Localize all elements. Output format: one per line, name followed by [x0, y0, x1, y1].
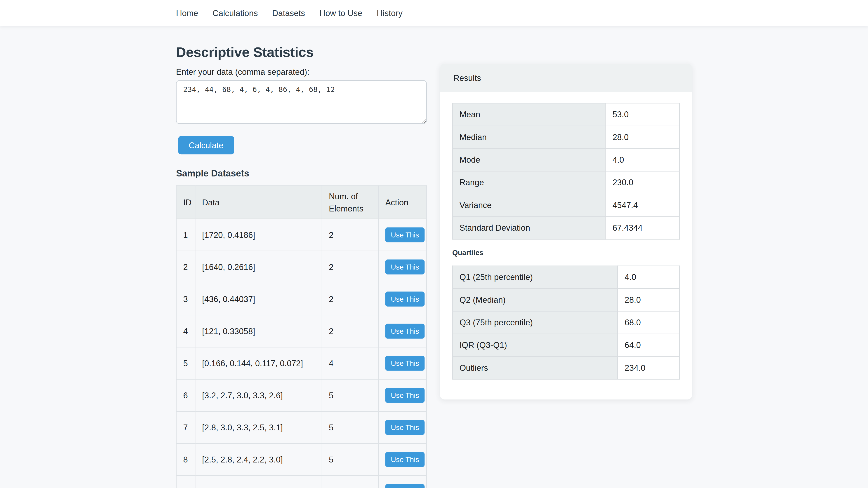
- results-card-body: Mean 53.0 Median 28.0 Mode 4.0 Range: [440, 92, 692, 400]
- stat-label: Standard Deviation: [453, 217, 606, 239]
- stat-value: 53.0: [606, 103, 680, 126]
- dataset-id: 6: [176, 379, 195, 412]
- nav-item-datasets[interactable]: Datasets: [272, 7, 305, 19]
- dataset-values: [9, 27, 22, 30, 16]: [195, 476, 322, 488]
- data-input[interactable]: 234, 44, 68, 4, 6, 4, 86, 4, 68, 12: [176, 80, 427, 124]
- use-this-button[interactable]: Use This: [385, 260, 425, 274]
- calculate-button[interactable]: Calculate: [178, 136, 234, 154]
- stat-row: Mean 53.0: [453, 103, 680, 126]
- calculator-column: Descriptive Statistics Enter your data (…: [176, 26, 427, 488]
- use-this-button[interactable]: Use This: [385, 420, 425, 435]
- stat-label: Mean: [453, 103, 606, 126]
- dataset-count: 2: [322, 219, 378, 251]
- dataset-id: 2: [176, 251, 195, 283]
- quartile-label: Q1 (25th percentile): [453, 266, 618, 289]
- stat-row: Range 230.0: [453, 171, 680, 194]
- table-row: 5 [0.166, 0.144, 0.117, 0.072] 4 Use Thi…: [176, 347, 427, 379]
- nav-item-calculations[interactable]: Calculations: [213, 7, 258, 19]
- dataset-count: 2: [322, 315, 378, 347]
- stat-label: Range: [453, 171, 606, 194]
- page: Home Calculations Datasets How to Use Hi…: [0, 0, 868, 488]
- results-table: Mean 53.0 Median 28.0 Mode 4.0 Range: [452, 103, 680, 240]
- main-content: Descriptive Statistics Enter your data (…: [0, 26, 868, 488]
- table-row: 3 [436, 0.44037] 2 Use This: [176, 283, 427, 315]
- stat-row: Variance 4547.4: [453, 194, 680, 217]
- dataset-count: 2: [322, 283, 378, 315]
- quartile-row: Outliers 234.0: [453, 357, 680, 379]
- dataset-count: 5: [322, 379, 378, 412]
- dataset-id: 8: [176, 444, 195, 476]
- column-header-action: Action: [378, 186, 427, 219]
- use-this-button[interactable]: Use This: [385, 228, 425, 242]
- quartile-label: Q3 (75th percentile): [453, 311, 618, 334]
- quartile-value: 4.0: [618, 266, 680, 289]
- dataset-count: 5: [322, 444, 378, 476]
- quartile-value: 28.0: [618, 289, 680, 311]
- quartile-value: 64.0: [618, 334, 680, 357]
- stat-row: Standard Deviation 67.4344: [453, 217, 680, 239]
- dataset-values: [1720, 0.4186]: [195, 219, 322, 251]
- stat-label: Mode: [453, 149, 606, 171]
- quartile-row: Q2 (Median) 28.0: [453, 289, 680, 311]
- dataset-id: 4: [176, 315, 195, 347]
- dataset-id: 1: [176, 219, 195, 251]
- quartile-row: IQR (Q3-Q1) 64.0: [453, 334, 680, 357]
- quartile-value: 234.0: [618, 357, 680, 379]
- quartile-row: Q1 (25th percentile) 4.0: [453, 266, 680, 289]
- quartiles-heading: Quartiles: [452, 249, 680, 257]
- column-header-num-elements: Num. of Elements: [322, 186, 378, 219]
- dataset-count: 5: [322, 476, 378, 488]
- table-row: 2 [1640, 0.2616] 2 Use This: [176, 251, 427, 283]
- use-this-button[interactable]: Use This: [385, 388, 425, 403]
- dataset-values: [2.5, 2.8, 2.4, 2.2, 3.0]: [195, 444, 322, 476]
- dataset-id: 3: [176, 283, 195, 315]
- stat-label: Variance: [453, 194, 606, 217]
- quartile-value: 68.0: [618, 311, 680, 334]
- table-row: 1 [1720, 0.4186] 2 Use This: [176, 219, 427, 251]
- nav-item-history[interactable]: History: [377, 7, 402, 19]
- stat-row: Median 28.0: [453, 126, 680, 149]
- stat-value: 28.0: [606, 126, 680, 149]
- use-this-button[interactable]: Use This: [385, 484, 425, 488]
- dataset-count: 5: [322, 412, 378, 444]
- stat-value: 230.0: [606, 171, 680, 194]
- dataset-count: 4: [322, 347, 378, 379]
- use-this-button[interactable]: Use This: [385, 324, 425, 339]
- table-row: 9 [9, 27, 22, 30, 16] 5 Use This: [176, 476, 427, 488]
- quartile-label: IQR (Q3-Q1): [453, 334, 618, 357]
- column-header-id: ID: [176, 186, 195, 219]
- results-card-header: Results: [440, 64, 692, 92]
- nav-item-how-to-use[interactable]: How to Use: [319, 7, 362, 19]
- stat-row: Mode 4.0: [453, 149, 680, 171]
- dataset-id: 9: [176, 476, 195, 488]
- table-row: 6 [3.2, 2.7, 3.0, 3.3, 2.6] 5 Use This: [176, 379, 427, 412]
- dataset-id: 7: [176, 412, 195, 444]
- stat-value: 4547.4: [606, 194, 680, 217]
- use-this-button[interactable]: Use This: [385, 452, 425, 467]
- page-title: Descriptive Statistics: [176, 43, 427, 60]
- dataset-values: [0.166, 0.144, 0.117, 0.072]: [195, 347, 322, 379]
- dataset-count: 2: [322, 251, 378, 283]
- use-this-button[interactable]: Use This: [385, 292, 425, 306]
- column-header-data: Data: [195, 186, 322, 219]
- data-input-label: Enter your data (comma separated):: [176, 66, 427, 78]
- stat-value: 4.0: [606, 149, 680, 171]
- use-this-button[interactable]: Use This: [385, 356, 425, 371]
- stat-value: 67.4344: [606, 217, 680, 239]
- table-row: 4 [121, 0.33058] 2 Use This: [176, 315, 427, 347]
- sample-datasets-table: ID Data Num. of Elements Action 1 [1720,…: [176, 185, 427, 488]
- table-header-row: ID Data Num. of Elements Action: [176, 186, 427, 219]
- dataset-values: [436, 0.44037]: [195, 283, 322, 315]
- stat-label: Median: [453, 126, 606, 149]
- dataset-values: [2.8, 3.0, 3.3, 2.5, 3.1]: [195, 412, 322, 444]
- sample-datasets-heading: Sample Datasets: [176, 168, 427, 179]
- table-row: 8 [2.5, 2.8, 2.4, 2.2, 3.0] 5 Use This: [176, 444, 427, 476]
- dataset-values: [3.2, 2.7, 3.0, 3.3, 2.6]: [195, 379, 322, 412]
- nav-item-home[interactable]: Home: [176, 7, 198, 19]
- results-card: Results Mean 53.0 Median 28.0 Mode: [440, 64, 692, 400]
- quartile-label: Q2 (Median): [453, 289, 618, 311]
- quartile-label: Outliers: [453, 357, 618, 379]
- dataset-values: [121, 0.33058]: [195, 315, 322, 347]
- table-row: 7 [2.8, 3.0, 3.3, 2.5, 3.1] 5 Use This: [176, 412, 427, 444]
- navbar: Home Calculations Datasets How to Use Hi…: [0, 0, 868, 26]
